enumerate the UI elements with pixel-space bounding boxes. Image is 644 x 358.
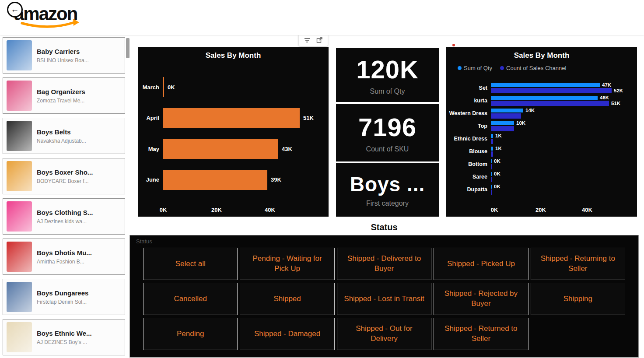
bar[interactable] — [163, 139, 278, 159]
product-subtitle: AJ Dezines kids wa... — [37, 218, 93, 225]
bar[interactable] — [491, 151, 493, 157]
status-filter-button[interactable]: Shipped - Returning to Seller — [531, 248, 625, 280]
product-thumbnail — [7, 161, 32, 191]
product-title: Boys Boxer Sho... — [37, 168, 93, 176]
status-filter-button[interactable]: Shipped - Delivered to Buyer — [337, 248, 431, 280]
bar[interactable] — [491, 139, 493, 144]
bar-row: Saree0K — [446, 170, 637, 183]
value-label: 0K — [494, 171, 500, 176]
legend-item: Sum of Qty — [458, 65, 492, 71]
bar-wrap: 0K — [491, 158, 637, 164]
bar-wrap — [491, 190, 637, 195]
status-filter-button[interactable]: Shipped - Rejected by Buyer — [434, 283, 528, 315]
bar[interactable] — [491, 164, 492, 169]
bar[interactable] — [163, 170, 267, 190]
product-title: Boys Dhotis Mu... — [37, 249, 92, 256]
bar[interactable] — [491, 88, 612, 93]
product-card[interactable]: Boys Clothing S...AJ Dezines kids wa... — [3, 198, 125, 235]
product-subtitle: BODYCARE Boxer f... — [37, 178, 93, 184]
value-label: 0K — [494, 184, 500, 189]
value-label: 51K — [303, 115, 314, 121]
category-label: Saree — [446, 174, 491, 180]
kpi-value: 120K — [356, 55, 419, 84]
status-filter-button[interactable]: Pending - Waiting for Pick Up — [240, 248, 334, 280]
bar-group: 0K — [491, 171, 637, 182]
bar[interactable] — [491, 185, 492, 189]
bar[interactable] — [491, 177, 492, 182]
bar[interactable] — [491, 147, 493, 151]
bar[interactable] — [163, 77, 164, 97]
legend-dot — [500, 66, 504, 70]
status-filter-button[interactable]: Shipped - Out for Delivery — [337, 318, 431, 350]
back-button[interactable]: ← — [7, 2, 23, 18]
status-filter-button[interactable]: Cancelled — [143, 283, 238, 315]
bar[interactable] — [491, 101, 609, 106]
product-card[interactable]: Baby CarriersBSLINO Unisex Boa... — [3, 37, 125, 74]
legend-label: Sum of Qty — [464, 65, 492, 71]
axis-tick-label: 20K — [211, 207, 222, 213]
category-label: Blouse — [446, 148, 491, 154]
bar-wrap — [491, 164, 637, 169]
bar[interactable] — [491, 126, 514, 131]
focus-mode-icon[interactable] — [315, 36, 324, 45]
sidebar-scrollbar[interactable] — [126, 38, 130, 58]
bar-row: April51K — [138, 103, 329, 134]
bar-wrap: 1K — [491, 146, 637, 151]
value-label: 1K — [495, 146, 502, 151]
product-card[interactable]: Boys Ethnic We...AJ DEZINES Boy's ... — [3, 319, 125, 355]
status-filter-button[interactable]: Pending — [143, 318, 238, 350]
bar-group: 46K51K — [491, 95, 637, 106]
bar-wrap: 0K — [491, 184, 637, 189]
bar-row: Bottom0K — [446, 158, 637, 170]
product-card[interactable]: Boys BeltsNavaksha Adjustab... — [3, 118, 125, 154]
category-label: April — [138, 115, 163, 121]
status-panel-label: Status — [136, 238, 152, 245]
product-title: Boys Ethnic We... — [37, 330, 92, 337]
bar-row: Top10K — [446, 119, 637, 132]
bar-wrap — [491, 151, 637, 157]
bar-group: 0K — [491, 184, 637, 195]
product-card[interactable]: Boys Dhotis Mu...Amirtha Fashion B... — [3, 239, 125, 275]
axis-tick-label: 0K — [491, 207, 498, 213]
bar-row: kurta46K51K — [446, 94, 637, 107]
legend-label: Count of Sales Channel — [506, 65, 566, 71]
bar-group: 1K — [491, 133, 637, 144]
value-label: 46K — [600, 95, 609, 100]
bar-row: Dupatta0K — [446, 183, 637, 196]
value-label: 51K — [611, 101, 620, 106]
bar[interactable] — [491, 172, 492, 176]
status-filter-button[interactable]: Shipped — [240, 283, 334, 315]
value-label: 0K — [494, 158, 500, 164]
sales-by-month-chart: Sales By Month March0KApril51KMay43KJune… — [138, 47, 329, 217]
bar-row: June39K — [138, 165, 329, 196]
status-filter-button[interactable]: Shipping — [531, 283, 625, 315]
status-filter-button[interactable]: Shipped - Returned to Seller — [434, 318, 528, 350]
kpi-card-first-category: Boys ... First category — [336, 163, 439, 217]
bar-track: 51K — [163, 108, 329, 128]
bar[interactable] — [491, 159, 492, 163]
product-text: Baby CarriersBSLINO Unisex Boa... — [37, 48, 89, 63]
bar[interactable] — [491, 190, 492, 195]
bar[interactable] — [491, 113, 521, 119]
status-filter-button[interactable]: Shipped - Damaged — [240, 318, 334, 350]
bar[interactable] — [491, 109, 523, 112]
product-title: Boys Dungarees — [37, 289, 88, 297]
kpi-label: Count of SKU — [366, 145, 409, 153]
bar[interactable] — [491, 83, 600, 87]
status-filter-button[interactable]: Select all — [143, 248, 238, 280]
category-label: May — [138, 146, 163, 152]
status-filter-button[interactable]: Shipped - Lost in Transit — [337, 283, 431, 315]
bar-track: 0K — [163, 77, 329, 97]
bar[interactable] — [491, 121, 514, 125]
bar[interactable] — [491, 134, 493, 138]
status-filter-button[interactable]: Shipped - Picked Up — [434, 248, 528, 280]
bar-rows: March0KApril51KMay43KJune39K — [138, 72, 329, 195]
bar[interactable] — [163, 108, 300, 128]
product-card[interactable]: Boys Boxer Sho...BODYCARE Boxer f... — [3, 158, 125, 194]
x-axis: 0K20K40K — [494, 207, 628, 214]
product-card[interactable]: Boys DungareesFirstclap Denim Sol... — [3, 279, 125, 315]
bar-wrap: 1K — [491, 133, 637, 138]
filter-icon[interactable] — [303, 36, 312, 45]
product-card[interactable]: Bag OrganizersZomoza Travel Me... — [3, 77, 125, 114]
bar[interactable] — [491, 96, 598, 100]
